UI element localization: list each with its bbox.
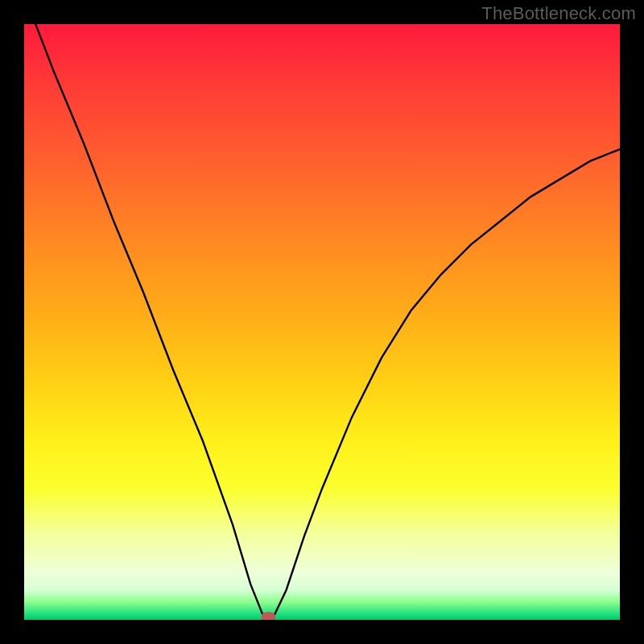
bottleneck-curve (24, 24, 620, 619)
chart-svg (24, 24, 620, 620)
optimal-marker (261, 612, 275, 620)
chart-frame: TheBottleneck.com (0, 0, 644, 644)
plot-area (24, 24, 620, 620)
watermark-text: TheBottleneck.com (481, 3, 636, 24)
